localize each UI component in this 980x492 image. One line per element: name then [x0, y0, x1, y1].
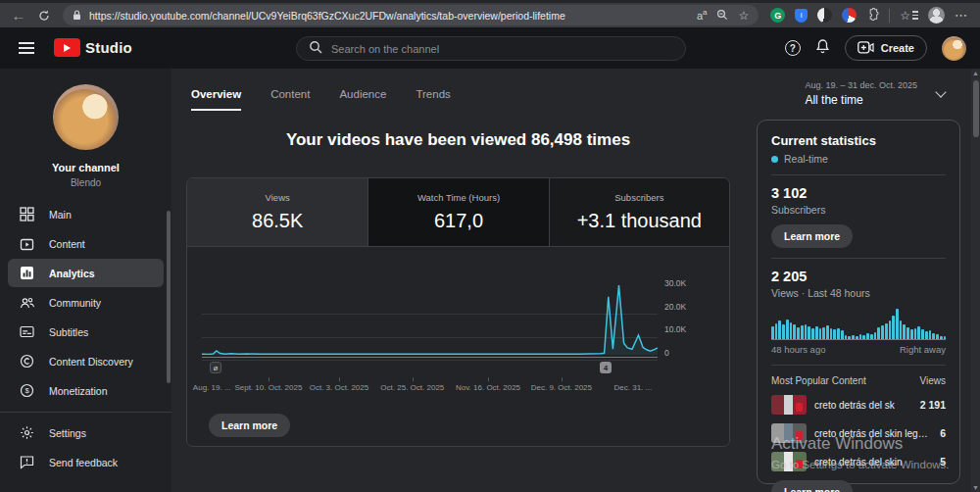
views-48h-count: 2 205 [771, 269, 946, 284]
mini-bar [822, 327, 825, 339]
sidebar-item-analytics[interactable]: Analytics [8, 259, 164, 287]
mini-bar [900, 320, 903, 339]
sidebar-scrollbar[interactable] [167, 211, 171, 383]
dollar-icon: $ [19, 382, 35, 399]
url-text: https://studio.youtube.com/channel/UCv9Y… [89, 10, 689, 22]
extension-grammarly-icon[interactable]: G [770, 8, 785, 23]
mini-bar [940, 336, 943, 339]
sidebar-item-settings[interactable]: Settings [8, 418, 164, 447]
mini-bar [793, 324, 796, 339]
x-tick-label: Oct. 25. Oct. 2025 [380, 383, 444, 392]
extensions-puzzle-icon[interactable] [866, 7, 879, 25]
sidebar-item-community[interactable]: Community [8, 288, 164, 317]
mini-bar [929, 330, 932, 339]
learn-more-button[interactable]: Learn more [771, 224, 853, 248]
zoom-icon[interactable] [716, 7, 728, 25]
create-button-label: Create [881, 42, 914, 54]
extension-icon[interactable] [817, 8, 832, 23]
youtube-play-icon [54, 38, 80, 57]
translate-icon[interactable]: aa [697, 9, 708, 22]
extension-shield-icon[interactable]: i [795, 9, 808, 23]
lock-icon [73, 7, 81, 25]
browser-refresh-icon[interactable] [35, 10, 53, 22]
video-title: creto detrás del skin legendar... [814, 428, 932, 439]
mini-bar [944, 336, 947, 339]
metric-views[interactable]: Views 86.5K [187, 178, 368, 246]
thumbnail-logo-chip [796, 460, 803, 468]
sidebar-item-label: Content Discovery [49, 356, 133, 368]
scroll-down-icon[interactable]: ▼ [971, 484, 980, 491]
sidebar-item-send-feedback[interactable]: Send feedback [8, 448, 164, 476]
sidebar-item-monetization[interactable]: $ Monetization [8, 376, 164, 405]
page-scrollbar[interactable]: ▲ ▼ [971, 69, 980, 492]
bookmark-star-icon[interactable]: ☆ [738, 10, 749, 22]
sidebar-divider [0, 412, 172, 413]
video-views: 5 [940, 456, 946, 467]
scroll-up-icon[interactable]: ▲ [971, 70, 980, 76]
mini-bar [845, 335, 848, 339]
mini-bar [906, 327, 909, 339]
mini-bar [881, 325, 884, 339]
studio-brand-label: Studio [85, 39, 132, 56]
chart-marker-badge[interactable]: 4 [600, 362, 612, 373]
x-tick-label: Oct. 3. Oct. 2025 [310, 383, 368, 392]
extension-colors-icon[interactable] [842, 8, 857, 23]
x-tick-label: Nov. 16. Oct. 2025 [456, 383, 520, 392]
sidebar-item-subtitles[interactable]: Subtitles [8, 318, 164, 346]
tab-content[interactable]: Content [270, 88, 310, 111]
date-range-picker[interactable]: Aug. 19. – 31 dec. Oct. 2025 All the tim… [805, 80, 945, 107]
channel-avatar[interactable] [53, 84, 119, 150]
mini-bar [848, 336, 851, 339]
tab-audience[interactable]: Audience [339, 88, 386, 111]
mini-bar [775, 323, 778, 339]
sidebar-item-content-discovery[interactable]: Content Discovery [8, 347, 164, 375]
address-bar[interactable]: https://studio.youtube.com/channel/UCv9Y… [63, 5, 759, 25]
x-tick-label: Dec. 9. Oct. 2025 [531, 383, 592, 392]
learn-more-button[interactable]: Learn more [209, 414, 290, 437]
search-input[interactable] [331, 43, 673, 55]
scrollbar-thumb[interactable] [973, 80, 979, 137]
mini-bar [811, 328, 814, 339]
subtitles-icon [19, 323, 35, 340]
metric-watch-time[interactable]: Watch Time (Hours) 617,0 [368, 178, 548, 246]
menu-hamburger-icon[interactable] [19, 42, 34, 58]
mini-bar [925, 331, 928, 339]
sidebar: Your channel Blendo Main Content Analy [0, 69, 172, 492]
metric-value: 86.5K [252, 210, 303, 232]
mini-bar [782, 324, 785, 339]
video-thumbnail [771, 423, 807, 443]
mini-bar [885, 323, 888, 339]
popular-video-row[interactable]: creto detrás del skin 5 [771, 452, 946, 471]
chart-marker-badge[interactable]: ø [210, 362, 221, 373]
popular-video-row[interactable]: creto detrás del skin legendar... 6 [771, 423, 946, 443]
channel-search-bar[interactable] [296, 36, 686, 61]
tab-overview[interactable]: Overview [191, 88, 241, 111]
divider [771, 174, 946, 175]
sidebar-item-content[interactable]: Content [8, 229, 164, 258]
collections-icon[interactable]: ☆ [900, 10, 918, 22]
metric-subscribers[interactable]: Subscribers +3.1 thousand [549, 178, 729, 246]
mini-bar [936, 334, 939, 339]
account-avatar[interactable] [942, 36, 966, 61]
notifications-bell-icon[interactable] [815, 38, 830, 58]
x-tick [562, 377, 563, 381]
create-button[interactable]: Create [845, 35, 927, 61]
learn-more-button[interactable]: Learn more [771, 480, 853, 492]
help-icon[interactable]: ? [785, 40, 801, 56]
popular-video-row[interactable]: creto detrás del sk 2 191 [771, 395, 946, 415]
mini-bar [830, 328, 833, 339]
browser-menu-icon[interactable]: ⋯ [955, 8, 968, 23]
youtube-studio-logo[interactable]: Studio [54, 38, 132, 57]
axis-left-label: 48 hours ago [771, 344, 825, 355]
browser-profile-icon[interactable] [928, 7, 945, 24]
browser-back-icon[interactable]: ← [10, 7, 27, 24]
x-tick [413, 377, 414, 381]
feedback-icon [19, 454, 35, 470]
sidebar-item-label: Main [49, 209, 72, 221]
x-tick [269, 377, 270, 381]
subscribers-count: 3 102 [771, 185, 946, 201]
sidebar-item-main[interactable]: Main [8, 200, 164, 228]
views-48h-bar-chart[interactable] [771, 309, 946, 340]
mini-bar [771, 326, 774, 339]
tab-trends[interactable]: Trends [416, 88, 450, 111]
